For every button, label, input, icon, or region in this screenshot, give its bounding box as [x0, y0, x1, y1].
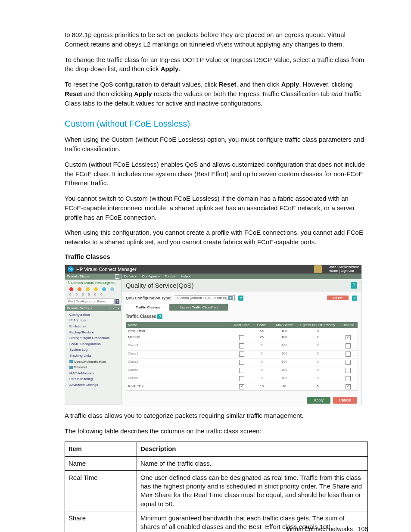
status-minor-icon	[86, 287, 90, 291]
col-maxshare[interactable]: Max Share	[271, 322, 297, 328]
cell-egress[interactable]: 0	[297, 328, 338, 334]
cell-realtime[interactable]	[231, 375, 252, 383]
cell-egress[interactable]: 0	[297, 342, 338, 350]
cancel-button[interactable]: Cancel	[333, 397, 357, 404]
nav-item[interactable]: System Log	[69, 347, 121, 353]
cell-maxshare[interactable]: 100	[271, 375, 297, 383]
domain-settings-header: Domain Settings	[67, 306, 92, 310]
traffic-classes-table: Name Real Time Share Max Share Egress DO…	[126, 322, 358, 391]
text-bold: Apply	[134, 90, 152, 97]
col-share[interactable]: Share	[252, 322, 271, 328]
description-table: Item Description Name Name of the traffi…	[65, 442, 368, 532]
menu-define[interactable]: Define ▾	[124, 274, 137, 278]
cell-realtime[interactable]	[231, 359, 252, 367]
nav-item[interactable]: Backup/Restore	[69, 330, 121, 336]
cell-enabled[interactable]: ✓	[338, 334, 358, 342]
cell: Real Time	[65, 470, 137, 511]
nav-item[interactable]: Storage Mgmt Credentials	[69, 335, 121, 341]
info-icon[interactable]: ?	[238, 296, 243, 301]
table-row: Class501000	[126, 375, 358, 383]
nav-item[interactable]: MAC Addresses	[69, 370, 121, 376]
cell-enabled[interactable]	[338, 359, 358, 367]
user-links[interactable]: Home | Sign Out	[329, 269, 359, 273]
cell-enabled[interactable]	[338, 328, 358, 334]
cell-realtime[interactable]	[231, 351, 252, 358]
cfg-dropdown[interactable]: Custom (without FCoE Lossless) ▼	[175, 295, 235, 301]
status-info-icon	[102, 287, 106, 291]
body-text: When using the Custom (without FCoE Loss…	[65, 135, 368, 154]
nav-item[interactable]: Enclosures	[69, 324, 121, 330]
refresh-icon[interactable]: ↻	[68, 281, 71, 285]
cell-share[interactable]: 25	[252, 334, 271, 342]
col-egress[interactable]: Egress DOT1P Priority	[297, 322, 338, 328]
cell-enabled[interactable]	[338, 351, 358, 358]
tab-ingress-classifiers[interactable]: Ingress Traffic Classifiers	[170, 304, 228, 311]
body-text: A traffic class allows you to categorize…	[65, 411, 368, 420]
cell-maxshare[interactable]: 10	[271, 383, 297, 390]
help-icon[interactable]: ?	[115, 299, 119, 304]
cell-realtime[interactable]: ✓	[231, 383, 252, 390]
cell-maxshare[interactable]: 100	[271, 351, 297, 358]
body-text: You cannot switch to Custom (without FCo…	[65, 194, 368, 222]
menu-configure[interactable]: Configure ▾	[142, 274, 160, 278]
cell-maxshare[interactable]: 100	[271, 334, 297, 342]
cell-egress[interactable]: 0	[297, 359, 338, 367]
cell-share[interactable]: 0	[252, 367, 271, 375]
cell-enabled[interactable]	[338, 342, 358, 350]
cell-egress[interactable]: 5	[297, 383, 338, 390]
nav-group[interactable]: Ethernet	[69, 364, 121, 370]
cell-egress[interactable]: 2	[297, 334, 338, 342]
cell-enabled[interactable]	[338, 375, 358, 383]
cell-share[interactable]: 0	[252, 359, 271, 367]
cell-enabled[interactable]: ✓	[338, 383, 358, 390]
nav-item[interactable]: Stacking Links	[69, 353, 121, 359]
cell-maxshare[interactable]: 100	[271, 367, 297, 375]
nav-group[interactable]: Users/Authentication	[69, 359, 121, 365]
menu-help[interactable]: Help ▾	[181, 274, 191, 278]
body-text: When using this configuration, you canno…	[65, 228, 368, 247]
nav-item[interactable]: SNMP Configuration	[69, 341, 121, 347]
cell-share[interactable]: 0	[252, 375, 271, 383]
nav-item[interactable]: IP Address	[69, 317, 121, 324]
cell-maxshare[interactable]: 100	[271, 328, 297, 334]
col-name[interactable]: Name	[126, 322, 231, 328]
cell-share[interactable]: 65	[252, 328, 271, 334]
cell-share[interactable]: 0	[252, 351, 271, 358]
status-warning-icon	[94, 287, 98, 291]
cell-egress[interactable]: 0	[297, 367, 338, 375]
collapse-icon[interactable]: -	[115, 274, 119, 279]
table-row: Class101000	[126, 342, 358, 350]
apply-button[interactable]: Apply	[307, 397, 330, 404]
home-icon[interactable]	[314, 265, 322, 273]
nav-item[interactable]: Configuration	[69, 312, 121, 318]
nav-item[interactable]: Port Monitoring	[69, 376, 121, 382]
info-icon[interactable]: ?	[352, 296, 357, 301]
status-major-icon	[78, 287, 81, 291]
cell-share[interactable]: 0	[252, 342, 271, 350]
cell-enabled[interactable]	[338, 367, 358, 375]
cell-egress[interactable]: 0	[297, 351, 338, 358]
col-realtime[interactable]: Real Time	[231, 322, 252, 328]
cell-egress[interactable]: 0	[297, 375, 338, 383]
cell-realtime[interactable]	[231, 367, 252, 375]
status-link[interactable]: Domain Status View Legend...	[71, 281, 117, 285]
cell-share[interactable]: 10	[252, 383, 271, 390]
cell-realtime[interactable]	[231, 342, 252, 350]
nav-item[interactable]: Advanced Settings	[69, 382, 121, 388]
tab-traffic-classes[interactable]: Traffic Classes	[126, 304, 170, 311]
reset-button[interactable]: Reset	[327, 296, 349, 300]
cell-realtime[interactable]	[231, 328, 252, 334]
status-critical-icon	[69, 287, 73, 291]
info-icon[interactable]: ?	[157, 314, 162, 319]
cell-maxshare[interactable]: 100	[271, 359, 297, 367]
col-enabled[interactable]: Enabled	[338, 322, 358, 328]
text: To change the traffic class for an Ingre…	[65, 56, 364, 73]
menu-bar: Define ▾ Configure ▾ Tools ▾ Help ▾	[121, 274, 361, 279]
menu-tools[interactable]: Tools ▾	[165, 274, 176, 278]
cell-maxshare[interactable]: 100	[271, 342, 297, 350]
help-icon[interactable]: ?	[351, 282, 357, 289]
find-input[interactable]	[67, 299, 115, 305]
panel-controls-icon[interactable]: ▭ ▭ ▴	[109, 306, 119, 310]
table-row: Class301000	[126, 358, 358, 367]
cell-realtime[interactable]	[231, 334, 252, 342]
